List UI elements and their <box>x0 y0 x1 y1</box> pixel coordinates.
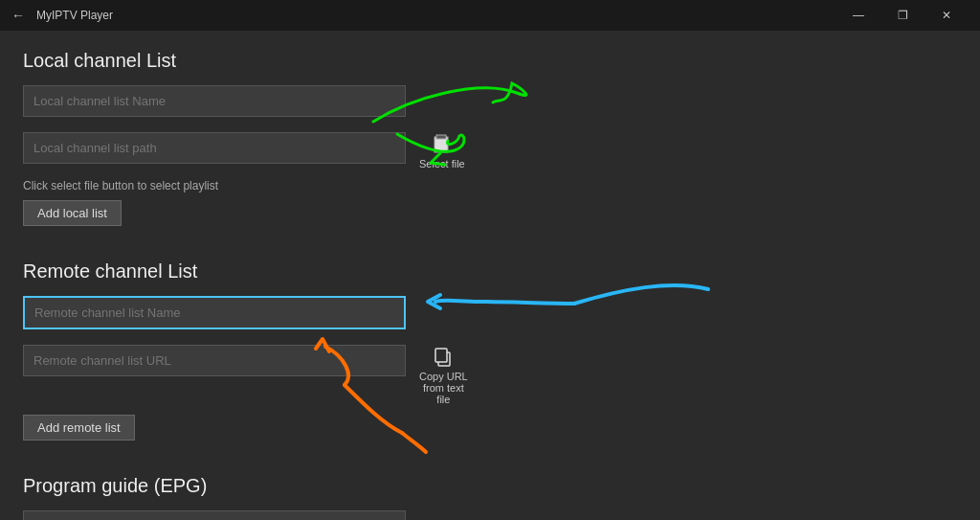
remote-section-title: Remote channel List <box>23 260 957 283</box>
remote-name-input[interactable] <box>23 296 406 329</box>
epg-section-title: Program guide (EPG) <box>23 475 957 497</box>
titlebar: ← MyIPTV Player — ❐ ✕ <box>0 0 980 31</box>
remote-url-row: Copy URL from text file <box>23 345 957 407</box>
local-name-input[interactable] <box>23 85 406 117</box>
epg-section: Program guide (EPG) <box>23 475 957 520</box>
select-file-label: Select file <box>419 158 465 170</box>
local-channel-section: Local channel List Select file Click sel… <box>23 50 957 245</box>
epg-name-row <box>23 510 957 520</box>
local-section-title: Local channel List <box>23 50 957 72</box>
add-remote-list-button[interactable]: Add remote list <box>23 415 135 441</box>
close-button[interactable]: ✕ <box>924 0 969 31</box>
minimize-button[interactable]: — <box>836 0 880 31</box>
remote-name-row <box>23 296 957 337</box>
local-name-row <box>23 85 957 124</box>
local-path-input[interactable] <box>23 132 406 164</box>
copy-url-button[interactable]: Copy URL from text file <box>417 345 470 407</box>
remote-channel-section: Remote channel List Copy URL from text f… <box>23 260 957 460</box>
local-hint: Click select file button to select playl… <box>23 179 957 192</box>
copy-url-label: Copy URL from text file <box>419 371 468 405</box>
local-path-row: Select file <box>23 132 957 171</box>
app-title: MyIPTV Player <box>36 9 836 22</box>
add-local-list-button[interactable]: Add local list <box>23 200 122 226</box>
remote-url-input[interactable] <box>23 345 406 376</box>
restore-button[interactable]: ❐ <box>880 0 924 31</box>
back-icon[interactable]: ← <box>11 8 25 23</box>
main-content: Local channel List Select file Click sel… <box>0 31 980 520</box>
epg-name-input[interactable] <box>23 510 406 520</box>
svg-rect-1 <box>436 135 446 139</box>
svg-rect-3 <box>435 349 447 362</box>
window-controls: — ❐ ✕ <box>836 0 969 31</box>
select-file-button[interactable]: Select file <box>417 132 467 171</box>
